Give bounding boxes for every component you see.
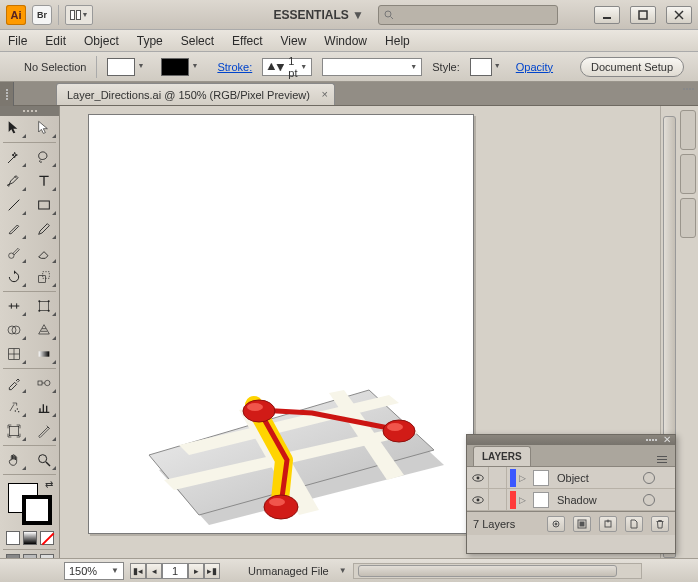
target-icon[interactable] xyxy=(643,494,655,506)
type-tool[interactable] xyxy=(30,169,58,193)
eyedropper-tool[interactable] xyxy=(0,371,28,395)
next-artboard-button[interactable]: ▸ xyxy=(188,563,204,579)
rectangle-tool[interactable] xyxy=(30,193,58,217)
document-setup-button[interactable]: Document Setup xyxy=(580,57,684,77)
last-artboard-button[interactable]: ▸▮ xyxy=(204,563,220,579)
stroke-swatch[interactable]: ▼ xyxy=(161,58,189,76)
locate-object-icon[interactable] xyxy=(547,516,565,532)
hand-tool[interactable] xyxy=(0,448,28,472)
toolbox-grip[interactable] xyxy=(0,106,59,116)
maximize-button[interactable] xyxy=(630,6,656,24)
stroke-color[interactable] xyxy=(22,495,52,525)
menu-file[interactable]: File xyxy=(8,34,27,48)
right-dock[interactable] xyxy=(678,106,698,558)
scale-tool[interactable] xyxy=(30,265,58,289)
mesh-tool[interactable] xyxy=(0,342,28,366)
tab-overflow-icon[interactable] xyxy=(683,88,694,90)
bridge-icon[interactable]: Br xyxy=(32,5,52,25)
document-tab[interactable]: Layer_Directions.ai @ 150% (RGB/Pixel Pr… xyxy=(56,83,335,105)
menu-edit[interactable]: Edit xyxy=(45,34,66,48)
layer-name[interactable]: Object xyxy=(553,472,643,484)
rotate-tool[interactable] xyxy=(0,265,28,289)
slice-tool[interactable] xyxy=(30,419,58,443)
color-mode-gradient[interactable] xyxy=(23,531,37,545)
blob-brush-tool[interactable] xyxy=(0,241,28,265)
menu-type[interactable]: Type xyxy=(137,34,163,48)
graphic-style-swatch[interactable]: ▼ xyxy=(470,58,492,76)
menu-select[interactable]: Select xyxy=(181,34,214,48)
disclosure-triangle-icon[interactable]: ▷ xyxy=(519,495,529,505)
direct-selection-tool[interactable] xyxy=(30,116,58,140)
app-icon: Ai xyxy=(6,5,26,25)
svg-point-23 xyxy=(17,408,18,409)
brush-definition-dropdown[interactable]: ▼ xyxy=(322,58,422,76)
target-icon[interactable] xyxy=(643,472,655,484)
magic-wand-tool[interactable] xyxy=(0,145,28,169)
dock-group-1[interactable] xyxy=(680,110,696,150)
disclosure-triangle-icon[interactable]: ▷ xyxy=(519,473,529,483)
paintbrush-tool[interactable] xyxy=(0,217,28,241)
color-mode-solid[interactable] xyxy=(6,531,20,545)
delete-layer-icon[interactable] xyxy=(651,516,669,532)
close-button[interactable] xyxy=(666,6,692,24)
tab-bar-handle[interactable] xyxy=(0,82,14,106)
visibility-toggle[interactable] xyxy=(467,467,489,489)
stroke-weight-input[interactable]: ⯅⯆ 1 pt ▼ xyxy=(262,58,312,76)
style-label: Style: xyxy=(432,61,460,73)
gradient-tool[interactable] xyxy=(30,342,58,366)
svg-rect-26 xyxy=(9,426,18,435)
menu-view[interactable]: View xyxy=(281,34,307,48)
free-transform-tool[interactable] xyxy=(30,294,58,318)
panel-close-icon[interactable]: ✕ xyxy=(663,435,671,445)
horizontal-scrollbar[interactable] xyxy=(353,563,642,579)
prev-artboard-button[interactable]: ◂ xyxy=(146,563,162,579)
menu-help[interactable]: Help xyxy=(385,34,410,48)
make-clipping-mask-icon[interactable] xyxy=(573,516,591,532)
eraser-tool[interactable] xyxy=(30,241,58,265)
selection-tool[interactable] xyxy=(0,116,28,140)
workspace-switcher[interactable]: ESSENTIALS ▼ xyxy=(265,8,372,22)
layer-name[interactable]: Shadow xyxy=(553,494,643,506)
dock-group-2[interactable] xyxy=(680,154,696,194)
pencil-tool[interactable] xyxy=(30,217,58,241)
layer-row[interactable]: ▷Shadow xyxy=(467,489,675,511)
symbol-sprayer-tool[interactable] xyxy=(0,395,28,419)
layer-row[interactable]: ▷Object xyxy=(467,467,675,489)
artboard-number[interactable]: 1 xyxy=(162,563,188,579)
blend-tool[interactable] xyxy=(30,371,58,395)
zoom-tool[interactable] xyxy=(30,448,58,472)
artboard-navigator[interactable]: ▮◂ ◂ 1 ▸ ▸▮ xyxy=(130,563,220,579)
width-tool[interactable] xyxy=(0,294,28,318)
artboard-tool[interactable] xyxy=(0,419,28,443)
minimize-button[interactable] xyxy=(594,6,620,24)
lock-toggle[interactable] xyxy=(489,489,507,511)
graph-tool[interactable] xyxy=(30,395,58,419)
pen-tool[interactable] xyxy=(0,169,28,193)
lock-toggle[interactable] xyxy=(489,467,507,489)
dock-group-3[interactable] xyxy=(680,198,696,238)
color-mode-none[interactable] xyxy=(40,531,54,545)
perspective-tool[interactable] xyxy=(30,318,58,342)
lasso-tool[interactable] xyxy=(30,145,58,169)
arrange-documents-button[interactable]: ▼ xyxy=(65,5,93,25)
zoom-input[interactable]: 150%▼ xyxy=(64,562,124,580)
layers-tab[interactable]: LAYERS xyxy=(473,446,531,466)
first-artboard-button[interactable]: ▮◂ xyxy=(130,563,146,579)
visibility-toggle[interactable] xyxy=(467,489,489,511)
shape-builder-tool[interactable] xyxy=(0,318,28,342)
close-tab-icon[interactable]: × xyxy=(321,88,327,100)
opacity-link[interactable]: Opacity xyxy=(516,61,553,73)
new-sublayer-icon[interactable] xyxy=(599,516,617,532)
fill-stroke-control[interactable]: ⇄ xyxy=(0,477,59,529)
menu-object[interactable]: Object xyxy=(84,34,119,48)
menu-effect[interactable]: Effect xyxy=(232,34,262,48)
line-tool[interactable] xyxy=(0,193,28,217)
fill-swatch[interactable]: ▼ xyxy=(107,58,135,76)
stroke-link[interactable]: Stroke: xyxy=(217,61,252,73)
menu-window[interactable]: Window xyxy=(324,34,367,48)
search-input[interactable] xyxy=(378,5,558,25)
panel-menu-icon[interactable] xyxy=(653,452,669,466)
swap-fill-stroke-icon[interactable]: ⇄ xyxy=(45,479,53,490)
layers-panel-header[interactable]: ✕ xyxy=(467,435,675,445)
new-layer-icon[interactable] xyxy=(625,516,643,532)
